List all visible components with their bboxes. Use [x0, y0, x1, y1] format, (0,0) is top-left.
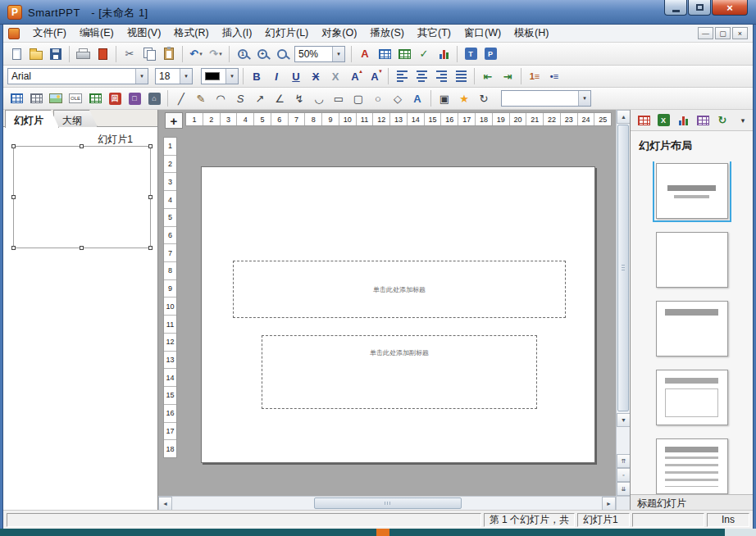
minimize-button[interactable]	[664, 0, 687, 16]
zoom-combo[interactable]: 50% ▾	[294, 46, 345, 62]
undo-icon[interactable]: ↶▾	[187, 45, 205, 63]
browse-object-button[interactable]: ▫	[617, 468, 630, 482]
tab-slides[interactable]: 幻灯片	[5, 110, 59, 128]
align-center-icon[interactable]	[412, 67, 430, 85]
ruler-origin-crosshair[interactable]: +	[165, 112, 183, 129]
table-icon[interactable]	[7, 89, 25, 107]
polygon-icon[interactable]: ◇	[389, 89, 407, 107]
insert-symbol-icon[interactable]: 回	[106, 89, 124, 107]
redo-icon-dropdown[interactable]: ▾	[219, 51, 222, 57]
rectangle-icon[interactable]: ▭	[330, 89, 348, 107]
font-name-combo[interactable]: Arial ▾	[7, 68, 148, 84]
ole-object-icon[interactable]: OLE	[66, 89, 84, 107]
freeform-icon[interactable]: ◡	[310, 89, 328, 107]
horizontal-scrollbar[interactable]: ◄ ►	[158, 496, 616, 510]
scroll-right-button[interactable]: ►	[602, 497, 616, 510]
selection-handle[interactable]	[148, 144, 153, 148]
undo-icon-dropdown[interactable]: ▾	[199, 51, 203, 57]
insert-control-icon[interactable]: ⌂	[145, 89, 163, 107]
bullet-list-icon[interactable]: •≡	[545, 67, 563, 85]
star-icon[interactable]: ★	[455, 89, 473, 107]
align-justify-icon[interactable]	[452, 67, 470, 85]
menu-item-9[interactable]: 其它(T)	[411, 24, 458, 43]
vertical-scrollbar-thumb[interactable]	[617, 125, 629, 411]
previous-slide-button[interactable]: ⇈	[617, 454, 630, 468]
insert-sheet-icon[interactable]	[86, 89, 104, 107]
pencil-icon[interactable]: ✎	[192, 89, 210, 107]
slide-canvas[interactable]: 单击此处添加标题 单击此处添加副标题	[201, 166, 595, 463]
title-placeholder[interactable]: 单击此处添加标题	[233, 261, 566, 318]
menu-item-8[interactable]: 播放(S)	[363, 24, 411, 43]
selection-handle[interactable]	[80, 246, 84, 250]
insert-table-icon[interactable]	[376, 45, 394, 63]
spellcheck-icon[interactable]: ✓	[415, 45, 433, 63]
wordart-icon[interactable]: A	[408, 89, 426, 107]
chart-pane-icon[interactable]	[674, 111, 692, 129]
menu-item-11[interactable]: 模板(H)	[508, 24, 555, 43]
zoom-tool-icon[interactable]	[273, 45, 291, 63]
shape-style-combo[interactable]: ▾	[501, 90, 591, 107]
indent-increase-icon[interactable]: ⇥	[499, 67, 517, 85]
layout-card-title-slide[interactable]	[656, 163, 728, 219]
rotate-icon[interactable]: ↻	[475, 89, 493, 107]
insert-frame-icon[interactable]: □	[125, 89, 143, 107]
selection-handle[interactable]	[11, 195, 16, 199]
align-left-icon[interactable]	[393, 67, 411, 85]
polyline-icon[interactable]: ∠	[271, 89, 289, 107]
selection-handle[interactable]	[11, 144, 16, 148]
menu-item-1[interactable]: 文件(F)	[26, 24, 73, 43]
subtitle-placeholder[interactable]: 单击此处添加副标题	[262, 335, 537, 409]
paste-icon[interactable]	[160, 45, 178, 63]
zigzag-icon[interactable]: ↯	[290, 89, 308, 107]
font-color-combo[interactable]: ▾	[201, 68, 239, 84]
indent-decrease-icon[interactable]: ⇤	[479, 67, 497, 85]
font-size-combo[interactable]: 18 ▾	[155, 68, 193, 84]
font-color-dropdown-button[interactable]: ▾	[225, 69, 238, 84]
export-pdf-icon[interactable]	[93, 45, 112, 63]
font-size-dropdown-button[interactable]: ▾	[180, 69, 192, 84]
cut-icon[interactable]: ✂	[121, 45, 139, 63]
font-name-value[interactable]: Arial	[11, 70, 135, 82]
italic-icon[interactable]: I	[267, 67, 285, 85]
selection-handle[interactable]	[80, 144, 84, 148]
curve-icon[interactable]: S	[231, 89, 249, 107]
layout-card-title-content[interactable]	[656, 438, 728, 494]
align-right-icon[interactable]	[432, 67, 450, 85]
arc-icon[interactable]: ◠	[212, 89, 230, 107]
numbered-list-icon[interactable]: 1≡	[526, 67, 544, 85]
underline-icon[interactable]: U	[287, 67, 305, 85]
save-icon[interactable]	[47, 45, 65, 63]
next-slide-button[interactable]: ⇊	[617, 482, 630, 496]
horizontal-ruler[interactable]: 1234567891011121314151617181920212223242…	[185, 112, 612, 126]
mdi-close-button[interactable]: ×	[732, 27, 748, 39]
title-textbox-icon[interactable]: T	[462, 45, 480, 63]
grow-font-icon[interactable]: A▲	[346, 67, 364, 85]
spreadsheet-pane-icon[interactable]: X	[654, 111, 672, 129]
table-grid-icon[interactable]	[27, 89, 45, 107]
menu-item-2[interactable]: 编辑(E)	[73, 24, 121, 43]
copy-icon[interactable]	[140, 45, 158, 63]
menu-item-6[interactable]: 幻灯片(L)	[258, 24, 315, 43]
redo-icon[interactable]: ↷▾	[207, 45, 225, 63]
slide-thumbnail[interactable]	[13, 146, 151, 248]
open-icon[interactable]	[27, 45, 45, 63]
task-pane-dropdown[interactable]: ▾	[737, 116, 749, 125]
selection-handle[interactable]	[148, 246, 153, 250]
shape-style-dropdown-button[interactable]: ▾	[578, 91, 590, 106]
menu-item-5[interactable]: 插入(I)	[216, 24, 259, 43]
font-size-value[interactable]: 18	[159, 70, 180, 82]
layout-pane-icon[interactable]	[694, 111, 712, 129]
font-color-icon[interactable]: A	[356, 45, 374, 63]
font-name-dropdown-button[interactable]: ▾	[135, 69, 148, 84]
ellipse-icon[interactable]: ○	[369, 89, 387, 107]
zoom-value[interactable]: 50%	[298, 48, 332, 60]
layout-card-title-only[interactable]	[656, 301, 728, 357]
new-document-icon[interactable]	[7, 45, 25, 63]
placeholder-textbox-icon[interactable]: P	[481, 45, 499, 63]
refresh-pane-icon[interactable]: ↻	[713, 111, 731, 129]
close-button[interactable]: ×	[712, 0, 748, 16]
layout-card-content[interactable]	[656, 370, 728, 425]
shrink-font-icon[interactable]: A▼	[366, 67, 384, 85]
vertical-scrollbar[interactable]: ▲ ▼ ⇈ ▫ ⇊	[616, 110, 630, 496]
scroll-down-button[interactable]: ▼	[617, 413, 630, 427]
